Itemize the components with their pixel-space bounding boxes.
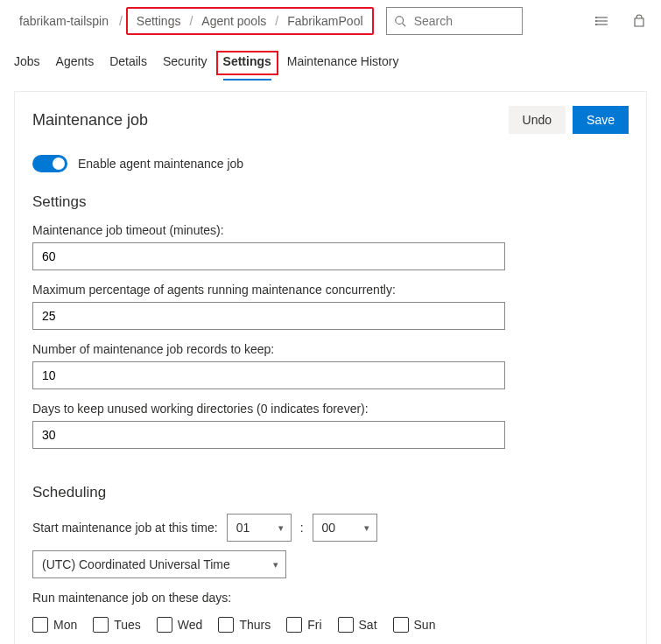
tab-security[interactable]: Security bbox=[163, 51, 207, 72]
svg-point-0 bbox=[396, 17, 404, 24]
breadcrumb: fabrikam-tailspin / Settings / Agent poo… bbox=[14, 7, 374, 35]
day-sun[interactable]: Sun bbox=[393, 617, 436, 633]
breadcrumb-sep: / bbox=[186, 14, 196, 28]
breadcrumb-settings[interactable]: Settings bbox=[131, 12, 186, 30]
day-wed[interactable]: Wed bbox=[157, 617, 203, 633]
field-max-pct: Maximum percentage of agents running mai… bbox=[32, 283, 629, 330]
shopping-bag-icon[interactable] bbox=[631, 13, 647, 29]
day-sat[interactable]: Sat bbox=[338, 617, 377, 633]
breadcrumb-agent-pools[interactable]: Agent pools bbox=[196, 12, 271, 30]
svg-point-6 bbox=[596, 21, 597, 22]
day-thurs[interactable]: Thurs bbox=[218, 617, 271, 633]
list-view-icon[interactable] bbox=[594, 13, 610, 29]
day-mon[interactable]: Mon bbox=[32, 617, 77, 633]
max-pct-input[interactable] bbox=[32, 302, 505, 330]
day-label: Mon bbox=[53, 618, 77, 632]
checkbox[interactable] bbox=[393, 617, 409, 633]
day-fri[interactable]: Fri bbox=[286, 617, 321, 633]
days-label: Run maintenance job on these days: bbox=[32, 591, 629, 605]
card-header: Maintenance job Undo Save bbox=[32, 106, 629, 134]
tab-settings[interactable]: Settings bbox=[223, 51, 271, 72]
minute-select[interactable]: 00 ▾ bbox=[313, 514, 377, 542]
tab-maintenance-history[interactable]: Maintenance History bbox=[287, 51, 399, 72]
breadcrumb-pool-name[interactable]: FabrikamPool bbox=[282, 12, 368, 30]
breadcrumb-sep: / bbox=[116, 14, 126, 28]
search-icon bbox=[394, 13, 407, 29]
search-input[interactable] bbox=[412, 13, 515, 29]
days-row: Mon Tues Wed Thurs Fri Sat Sun bbox=[32, 617, 629, 633]
timeout-label: Maintenance job timeout (minutes): bbox=[32, 223, 629, 237]
enable-toggle-row: Enable agent maintenance job bbox=[32, 155, 629, 172]
days-keep-label: Days to keep unused working directories … bbox=[32, 402, 629, 416]
svg-line-1 bbox=[403, 24, 406, 27]
chevron-down-icon: ▾ bbox=[278, 522, 284, 534]
max-pct-label: Maximum percentage of agents running mai… bbox=[32, 283, 629, 297]
tabs: Jobs Agents Details Security Settings Ma… bbox=[0, 42, 661, 80]
save-button[interactable]: Save bbox=[573, 106, 629, 134]
chevron-down-icon: ▾ bbox=[364, 522, 369, 534]
svg-point-7 bbox=[596, 24, 597, 25]
schedule-time-row: Start maintenance job at this time: 01 ▾… bbox=[32, 514, 629, 578]
timezone-value: (UTC) Coordinated Universal Time bbox=[42, 557, 230, 571]
breadcrumb-org[interactable]: fabrikam-tailspin bbox=[14, 12, 114, 30]
enable-maintenance-label: Enable agent maintenance job bbox=[78, 157, 243, 171]
top-icons bbox=[594, 13, 647, 29]
checkbox[interactable] bbox=[93, 617, 109, 633]
checkbox[interactable] bbox=[157, 617, 172, 633]
timeout-input[interactable] bbox=[32, 242, 505, 270]
tab-settings-highlight: Settings bbox=[216, 51, 278, 75]
day-label: Wed bbox=[178, 618, 203, 632]
settings-card: Maintenance job Undo Save Enable agent m… bbox=[14, 91, 647, 644]
field-records: Number of maintenance job records to kee… bbox=[32, 342, 629, 389]
breadcrumb-highlight: Settings / Agent pools / FabrikamPool bbox=[126, 7, 374, 35]
tab-jobs[interactable]: Jobs bbox=[14, 51, 40, 72]
day-label: Fri bbox=[307, 618, 321, 632]
scheduling-heading: Scheduling bbox=[32, 484, 629, 501]
timezone-select[interactable]: (UTC) Coordinated Universal Time ▾ bbox=[32, 550, 286, 578]
time-colon: : bbox=[300, 521, 304, 535]
breadcrumb-sep: / bbox=[271, 14, 282, 28]
day-label: Sun bbox=[414, 618, 436, 632]
records-input[interactable] bbox=[32, 361, 505, 389]
tab-agents[interactable]: Agents bbox=[56, 51, 95, 72]
chevron-down-icon: ▾ bbox=[273, 559, 278, 570]
start-time-label: Start maintenance job at this time: bbox=[32, 521, 218, 535]
top-bar: fabrikam-tailspin / Settings / Agent poo… bbox=[0, 0, 661, 42]
checkbox[interactable] bbox=[338, 617, 354, 633]
svg-point-5 bbox=[596, 18, 597, 18]
hour-value: 01 bbox=[236, 521, 250, 535]
days-field: Run maintenance job on these days: Mon T… bbox=[32, 591, 629, 633]
day-tues[interactable]: Tues bbox=[93, 617, 141, 633]
records-label: Number of maintenance job records to kee… bbox=[32, 342, 629, 356]
day-label: Sat bbox=[359, 618, 377, 632]
field-days-keep: Days to keep unused working directories … bbox=[32, 402, 629, 449]
checkbox[interactable] bbox=[286, 617, 302, 633]
minute-value: 00 bbox=[322, 521, 336, 535]
undo-button[interactable]: Undo bbox=[509, 106, 566, 134]
day-label: Thurs bbox=[239, 618, 271, 632]
checkbox[interactable] bbox=[32, 617, 48, 633]
settings-heading: Settings bbox=[32, 193, 629, 211]
days-keep-input[interactable] bbox=[32, 421, 505, 449]
hour-select[interactable]: 01 ▾ bbox=[227, 514, 292, 542]
search-box[interactable] bbox=[386, 7, 523, 35]
field-timeout: Maintenance job timeout (minutes): bbox=[32, 223, 629, 270]
page-title: Maintenance job bbox=[32, 111, 148, 130]
tab-details[interactable]: Details bbox=[109, 51, 147, 72]
day-label: Tues bbox=[114, 618, 141, 632]
enable-maintenance-toggle[interactable] bbox=[32, 155, 67, 172]
checkbox[interactable] bbox=[218, 617, 234, 633]
